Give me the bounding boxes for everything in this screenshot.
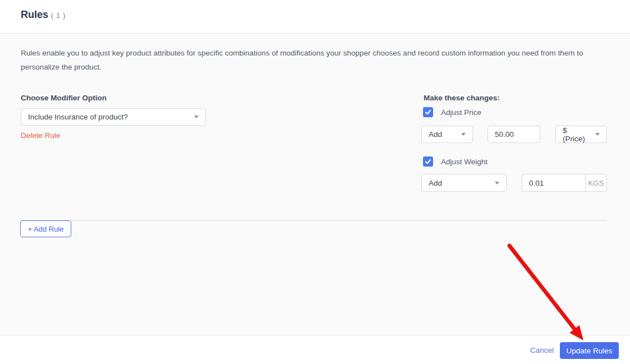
price-operation-value: Add — [429, 130, 442, 139]
chevron-down-icon — [194, 116, 199, 118]
section-divider — [21, 220, 607, 220]
chevron-down-icon — [495, 182, 499, 185]
chevron-down-icon — [595, 133, 600, 136]
price-unit-value: $ (Price) — [563, 126, 591, 143]
rules-panel: Rules( 1 ) Rules enable you to adjust ke… — [0, 0, 630, 364]
check-icon — [425, 158, 431, 165]
update-rules-button[interactable]: Update Rules — [560, 342, 619, 359]
adjust-price-label: Adjust Price — [441, 108, 481, 117]
cancel-button[interactable]: Cancel — [530, 346, 554, 354]
delete-rule-link[interactable]: Delete Rule — [21, 131, 61, 140]
modifier-option-select[interactable]: Include Insurance of product? — [21, 108, 206, 126]
price-unit-select[interactable]: $ (Price) — [555, 126, 607, 143]
page-title-text: Rules — [21, 9, 48, 20]
page-title: Rules( 1 ) — [21, 9, 66, 21]
add-rule-button[interactable]: + Add Rule — [20, 220, 71, 237]
adjust-weight-label: Adjust Weight — [441, 158, 488, 166]
weight-operation-value: Add — [429, 179, 442, 187]
adjust-price-checkbox[interactable] — [423, 107, 433, 117]
price-amount-input[interactable] — [488, 126, 540, 143]
chevron-down-icon — [461, 133, 466, 136]
weight-unit-addon: KGS — [585, 174, 607, 192]
rules-description: Rules enable you to adjust key product a… — [21, 46, 609, 74]
adjust-weight-checkbox[interactable] — [423, 156, 433, 167]
rules-count-badge: ( 1 ) — [51, 12, 66, 20]
choose-modifier-label: Choose Modifier Option — [21, 94, 107, 102]
check-icon — [425, 109, 431, 116]
weight-operation-select[interactable]: Add — [421, 174, 507, 192]
weight-amount-input[interactable] — [522, 174, 585, 192]
modifier-option-value: Include Insurance of product? — [28, 113, 128, 121]
make-changes-label: Make these changes: — [424, 94, 500, 102]
price-operation-select[interactable]: Add — [421, 126, 473, 143]
